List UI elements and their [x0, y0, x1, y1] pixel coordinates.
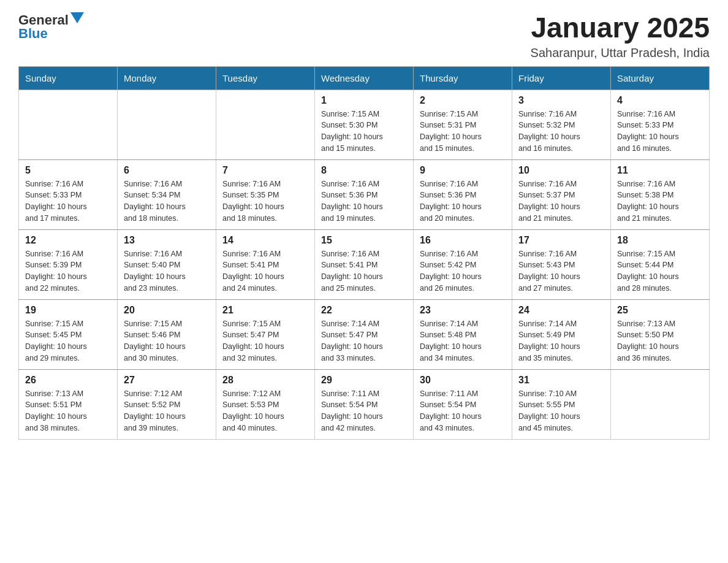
day-info: Sunrise: 7:16 AM Sunset: 5:36 PM Dayligh…	[321, 178, 407, 224]
day-info: Sunrise: 7:13 AM Sunset: 5:51 PM Dayligh…	[25, 388, 111, 434]
title-block: January 2025 Saharanpur, Uttar Pradesh, …	[531, 12, 710, 60]
calendar-cell: 31Sunrise: 7:10 AM Sunset: 5:55 PM Dayli…	[512, 369, 611, 439]
calendar-table: SundayMondayTuesdayWednesdayThursdayFrid…	[18, 66, 710, 440]
calendar-cell: 6Sunrise: 7:16 AM Sunset: 5:34 PM Daylig…	[118, 159, 216, 229]
day-number: 7	[222, 165, 308, 176]
day-info: Sunrise: 7:16 AM Sunset: 5:41 PM Dayligh…	[222, 248, 308, 294]
calendar-cell: 16Sunrise: 7:16 AM Sunset: 5:42 PM Dayli…	[414, 229, 512, 299]
day-info: Sunrise: 7:12 AM Sunset: 5:53 PM Dayligh…	[222, 388, 308, 434]
day-number: 3	[518, 95, 604, 106]
svg-marker-0	[70, 12, 84, 23]
day-info: Sunrise: 7:16 AM Sunset: 5:37 PM Dayligh…	[518, 178, 604, 224]
day-number: 20	[124, 305, 210, 316]
day-info: Sunrise: 7:15 AM Sunset: 5:45 PM Dayligh…	[25, 318, 111, 364]
calendar-cell: 11Sunrise: 7:16 AM Sunset: 5:38 PM Dayli…	[611, 159, 710, 229]
calendar-cell: 28Sunrise: 7:12 AM Sunset: 5:53 PM Dayli…	[216, 369, 315, 439]
calendar-week-row: 1Sunrise: 7:15 AM Sunset: 5:30 PM Daylig…	[19, 90, 710, 159]
day-number: 22	[321, 305, 407, 316]
day-number: 1	[321, 95, 407, 106]
day-info: Sunrise: 7:16 AM Sunset: 5:38 PM Dayligh…	[617, 178, 703, 224]
calendar-cell: 25Sunrise: 7:13 AM Sunset: 5:50 PM Dayli…	[611, 299, 710, 369]
day-number: 26	[25, 375, 111, 386]
calendar-cell: 7Sunrise: 7:16 AM Sunset: 5:35 PM Daylig…	[216, 159, 315, 229]
day-number: 6	[124, 165, 210, 176]
calendar-col-saturday: Saturday	[611, 66, 710, 90]
day-number: 16	[420, 235, 506, 246]
calendar-cell: 29Sunrise: 7:11 AM Sunset: 5:54 PM Dayli…	[315, 369, 414, 439]
day-number: 5	[25, 165, 111, 176]
day-info: Sunrise: 7:16 AM Sunset: 5:41 PM Dayligh…	[321, 248, 407, 294]
day-info: Sunrise: 7:14 AM Sunset: 5:49 PM Dayligh…	[518, 318, 604, 364]
day-info: Sunrise: 7:14 AM Sunset: 5:48 PM Dayligh…	[420, 318, 506, 364]
day-info: Sunrise: 7:16 AM Sunset: 5:33 PM Dayligh…	[25, 178, 111, 224]
calendar-cell: 21Sunrise: 7:15 AM Sunset: 5:47 PM Dayli…	[216, 299, 315, 369]
calendar-cell: 17Sunrise: 7:16 AM Sunset: 5:43 PM Dayli…	[512, 229, 611, 299]
day-info: Sunrise: 7:16 AM Sunset: 5:33 PM Dayligh…	[617, 109, 703, 155]
calendar-col-tuesday: Tuesday	[216, 66, 315, 90]
day-info: Sunrise: 7:16 AM Sunset: 5:32 PM Dayligh…	[518, 109, 604, 155]
day-info: Sunrise: 7:15 AM Sunset: 5:30 PM Dayligh…	[321, 109, 407, 155]
day-info: Sunrise: 7:12 AM Sunset: 5:52 PM Dayligh…	[124, 388, 210, 434]
calendar-cell: 27Sunrise: 7:12 AM Sunset: 5:52 PM Dayli…	[118, 369, 216, 439]
day-number: 21	[222, 305, 308, 316]
page-header: General Blue January 2025 Saharanpur, Ut…	[18, 12, 710, 60]
day-number: 13	[124, 235, 210, 246]
day-number: 2	[420, 95, 506, 106]
day-number: 23	[420, 305, 506, 316]
calendar-week-row: 12Sunrise: 7:16 AM Sunset: 5:39 PM Dayli…	[19, 229, 710, 299]
calendar-week-row: 19Sunrise: 7:15 AM Sunset: 5:45 PM Dayli…	[19, 299, 710, 369]
calendar-cell: 30Sunrise: 7:11 AM Sunset: 5:54 PM Dayli…	[414, 369, 512, 439]
day-number: 18	[617, 235, 703, 246]
calendar-cell: 9Sunrise: 7:16 AM Sunset: 5:36 PM Daylig…	[414, 159, 512, 229]
day-info: Sunrise: 7:16 AM Sunset: 5:40 PM Dayligh…	[124, 248, 210, 294]
day-number: 9	[420, 165, 506, 176]
calendar-cell	[216, 90, 315, 159]
calendar-col-sunday: Sunday	[19, 66, 118, 90]
day-number: 30	[420, 375, 506, 386]
calendar-col-monday: Monday	[118, 66, 216, 90]
day-info: Sunrise: 7:16 AM Sunset: 5:34 PM Dayligh…	[124, 178, 210, 224]
day-number: 27	[124, 375, 210, 386]
calendar-cell: 13Sunrise: 7:16 AM Sunset: 5:40 PM Dayli…	[118, 229, 216, 299]
day-info: Sunrise: 7:16 AM Sunset: 5:39 PM Dayligh…	[25, 248, 111, 294]
day-info: Sunrise: 7:15 AM Sunset: 5:31 PM Dayligh…	[420, 109, 506, 155]
day-info: Sunrise: 7:15 AM Sunset: 5:44 PM Dayligh…	[617, 248, 703, 294]
calendar-cell: 15Sunrise: 7:16 AM Sunset: 5:41 PM Dayli…	[315, 229, 414, 299]
calendar-col-friday: Friday	[512, 66, 611, 90]
logo: General Blue	[18, 12, 84, 42]
calendar-cell	[611, 369, 710, 439]
calendar-cell: 5Sunrise: 7:16 AM Sunset: 5:33 PM Daylig…	[19, 159, 118, 229]
day-number: 10	[518, 165, 604, 176]
calendar-cell: 2Sunrise: 7:15 AM Sunset: 5:31 PM Daylig…	[414, 90, 512, 159]
calendar-header-row: SundayMondayTuesdayWednesdayThursdayFrid…	[19, 66, 710, 90]
month-title: January 2025	[531, 12, 710, 44]
day-info: Sunrise: 7:11 AM Sunset: 5:54 PM Dayligh…	[321, 388, 407, 434]
day-number: 25	[617, 305, 703, 316]
calendar-cell: 23Sunrise: 7:14 AM Sunset: 5:48 PM Dayli…	[414, 299, 512, 369]
day-info: Sunrise: 7:16 AM Sunset: 5:36 PM Dayligh…	[420, 178, 506, 224]
day-number: 19	[25, 305, 111, 316]
calendar-cell: 10Sunrise: 7:16 AM Sunset: 5:37 PM Dayli…	[512, 159, 611, 229]
calendar-cell: 1Sunrise: 7:15 AM Sunset: 5:30 PM Daylig…	[315, 90, 414, 159]
day-number: 28	[222, 375, 308, 386]
day-info: Sunrise: 7:16 AM Sunset: 5:35 PM Dayligh…	[222, 178, 308, 224]
calendar-cell: 19Sunrise: 7:15 AM Sunset: 5:45 PM Dayli…	[19, 299, 118, 369]
calendar-cell: 18Sunrise: 7:15 AM Sunset: 5:44 PM Dayli…	[611, 229, 710, 299]
day-number: 24	[518, 305, 604, 316]
logo-triangle-icon	[70, 12, 84, 23]
calendar-cell: 8Sunrise: 7:16 AM Sunset: 5:36 PM Daylig…	[315, 159, 414, 229]
day-info: Sunrise: 7:16 AM Sunset: 5:43 PM Dayligh…	[518, 248, 604, 294]
logo-blue-text: Blue	[18, 26, 48, 42]
day-number: 4	[617, 95, 703, 106]
day-info: Sunrise: 7:13 AM Sunset: 5:50 PM Dayligh…	[617, 318, 703, 364]
calendar-cell: 26Sunrise: 7:13 AM Sunset: 5:51 PM Dayli…	[19, 369, 118, 439]
calendar-cell	[19, 90, 118, 159]
day-number: 8	[321, 165, 407, 176]
day-number: 29	[321, 375, 407, 386]
calendar-cell: 24Sunrise: 7:14 AM Sunset: 5:49 PM Dayli…	[512, 299, 611, 369]
calendar-week-row: 5Sunrise: 7:16 AM Sunset: 5:33 PM Daylig…	[19, 159, 710, 229]
calendar-cell: 4Sunrise: 7:16 AM Sunset: 5:33 PM Daylig…	[611, 90, 710, 159]
day-info: Sunrise: 7:15 AM Sunset: 5:47 PM Dayligh…	[222, 318, 308, 364]
day-info: Sunrise: 7:10 AM Sunset: 5:55 PM Dayligh…	[518, 388, 604, 434]
day-number: 14	[222, 235, 308, 246]
